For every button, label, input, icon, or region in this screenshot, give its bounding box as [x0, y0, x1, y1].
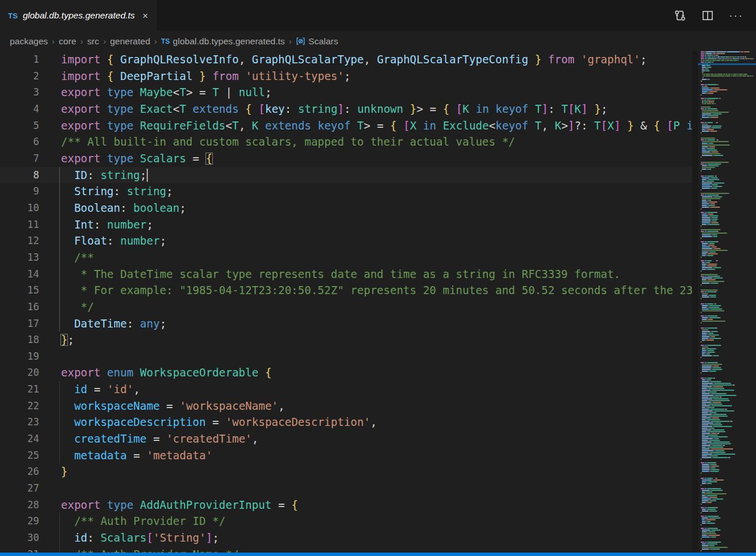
code-token: , — [278, 399, 285, 412]
code-line-10[interactable]: 10 Boolean: boolean; — [0, 200, 693, 216]
code-token — [61, 432, 74, 445]
code-token: from — [541, 53, 574, 66]
code-token: T — [180, 102, 186, 115]
breadcrumb-item-scalars[interactable]: Scalars — [296, 36, 338, 47]
code-line-6[interactable]: 6/** All built-in and custom scalars, ma… — [0, 134, 693, 150]
code-token: : — [127, 317, 133, 330]
code-token: * The DateTime scalar type represents da… — [61, 268, 620, 280]
code-line-2[interactable]: 2import { DeepPartial } from 'utility-ty… — [0, 68, 693, 85]
code-token: = — [206, 416, 226, 428]
code-token: K — [575, 102, 581, 115]
scrollbar-gutter[interactable] — [692, 51, 698, 553]
code-line-11[interactable]: 11 Int: number; — [0, 216, 693, 233]
code-token: 'id' — [107, 383, 133, 395]
code-line-27[interactable]: 27 — [0, 480, 693, 497]
code-token: ] — [338, 102, 344, 115]
code-token: 'workspaceName' — [180, 399, 278, 412]
code-token: { — [654, 119, 660, 132]
code-text: String: string; — [61, 185, 173, 197]
code-text: /** — [61, 251, 94, 264]
ellipsis-icon[interactable]: ··· — [729, 9, 743, 22]
split-editor-icon[interactable] — [701, 9, 714, 22]
code-token: < — [173, 86, 179, 98]
code-token: } — [61, 465, 67, 478]
code-token: K — [463, 102, 469, 115]
code-line-3[interactable]: 3export type Maybe<T> = T | null; — [0, 84, 693, 101]
close-icon[interactable]: × — [140, 10, 150, 22]
code-token: type — [101, 152, 133, 165]
code-token: { — [107, 53, 113, 66]
code-token: ] — [614, 119, 620, 132]
code-line-1[interactable]: 1import { GraphQLResolveInfo, GraphQLSca… — [0, 51, 693, 68]
code-token: > — [562, 119, 568, 132]
code-token — [61, 317, 74, 330]
code-line-15[interactable]: 15 * For example: "1985-04-12T23:20:50.5… — [0, 282, 693, 299]
code-token: GraphQLScalarTypeConfig — [371, 53, 529, 66]
text-cursor — [147, 169, 148, 182]
code-token: createdTime — [74, 432, 147, 445]
code-line-21[interactable]: 21 id = 'id', — [0, 381, 693, 398]
code-line-26[interactable]: 26} — [0, 463, 693, 480]
code-token: K — [548, 119, 562, 132]
status-bar — [0, 553, 756, 556]
code-token: > — [186, 86, 192, 98]
code-token: RequireFields — [133, 119, 226, 132]
code-line-24[interactable]: 24 createdTime = 'createdTime', — [0, 431, 693, 447]
compare-changes-icon[interactable] — [674, 9, 686, 22]
code-line-16[interactable]: 16 */ — [0, 299, 693, 315]
code-line-28[interactable]: 28export type AddAuthProviderInput = { — [0, 497, 693, 513]
minimap[interactable] — [698, 51, 756, 553]
code-line-30[interactable]: 30 id: Scalars['String']; — [0, 530, 693, 546]
code-line-23[interactable]: 23 workspaceDescription = 'workspaceDesc… — [0, 414, 693, 431]
code-text: metadata = 'metadata' — [61, 449, 212, 462]
code-line-25[interactable]: 25 metadata = 'metadata' — [0, 447, 693, 464]
code-token: workspaceName — [74, 399, 160, 412]
code-line-4[interactable]: 4export type Exact<T extends { [key: str… — [0, 101, 693, 117]
code-line-13[interactable]: 13 /** — [0, 249, 693, 266]
code-token: { — [390, 119, 396, 132]
code-line-12[interactable]: 12 Float: number; — [0, 233, 693, 249]
breadcrumb-item-core[interactable]: core — [59, 36, 76, 47]
code-token: : — [285, 102, 291, 115]
breadcrumb-item-packages[interactable]: packages — [10, 36, 48, 47]
code-token — [239, 102, 245, 115]
code-line-14[interactable]: 14 * The DateTime scalar type represents… — [0, 266, 693, 283]
code-token: in — [680, 119, 693, 132]
code-line-9[interactable]: 9 String: string; — [0, 183, 693, 200]
code-text: DateTime: any; — [61, 317, 166, 330]
code-line-5[interactable]: 5export type RequireFields<T, K extends … — [0, 117, 693, 134]
code-line-19[interactable]: 19 — [0, 348, 693, 365]
code-line-22[interactable]: 22 workspaceName = 'workspaceName', — [0, 398, 693, 414]
code-token — [397, 119, 403, 132]
code-line-7[interactable]: 7export type Scalars = { — [0, 150, 693, 167]
code-token: ; — [140, 169, 146, 181]
code-line-17[interactable]: 17 DateTime: any; — [0, 315, 693, 332]
breadcrumb-item-src[interactable]: src — [87, 36, 100, 47]
code-token: ID — [74, 169, 87, 181]
code-token: String — [74, 185, 114, 197]
code-editor[interactable]: 1import { GraphQLResolveInfo, GraphQLSca… — [0, 51, 693, 553]
breadcrumb-label: src — [87, 36, 100, 47]
tab-global-db-types-generated-ts[interactable]: TS global.db.types.generated.ts × — [0, 0, 158, 31]
code-token: id — [74, 383, 87, 395]
code-token — [61, 218, 74, 231]
code-line-18[interactable]: 18}; — [0, 332, 693, 348]
code-token: : — [114, 185, 120, 197]
code-token: [ — [258, 102, 265, 115]
code-text: workspaceName = 'workspaceName', — [61, 399, 285, 412]
code-token: Boolean — [74, 201, 120, 214]
line-number: 4 — [0, 101, 39, 117]
breadcrumb-item-generated[interactable]: generated — [110, 36, 150, 47]
typescript-file-icon: TS — [8, 12, 18, 20]
code-line-20[interactable]: 20export enum WorkspaceOrderable { — [0, 364, 693, 381]
code-line-31[interactable]: 31 /** Auth Provider Name */ — [0, 546, 693, 553]
code-token: ] — [206, 531, 212, 544]
line-number: 30 — [0, 530, 39, 546]
breadcrumb-item-global-db-types-generated-ts[interactable]: TSglobal.db.types.generated.ts — [161, 36, 285, 47]
code-line-29[interactable]: 29 /** Auth Provider ID */ — [0, 513, 693, 530]
code-text: export type RequireFields<T, K extends k… — [61, 119, 693, 132]
code-token: , — [252, 432, 258, 445]
code-line-8[interactable]: 8 ID: string; — [0, 167, 693, 184]
line-number: 20 — [0, 364, 39, 381]
code-token: ; — [601, 102, 607, 115]
